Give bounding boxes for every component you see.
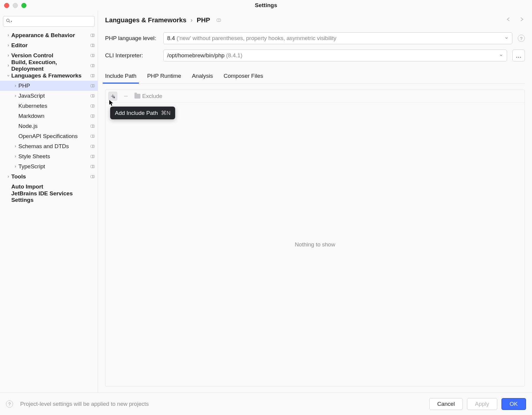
tree-item[interactable]: Editor (0, 40, 98, 50)
tooltip-shortcut: ⌘N (161, 110, 171, 116)
chevron-right-icon (12, 165, 18, 168)
include-path-panel: Exclude Nothing to show Add Include Path… (105, 90, 525, 387)
cancel-button[interactable]: Cancel (429, 398, 463, 410)
tab[interactable]: Composer Files (224, 70, 263, 83)
exclude-folder-button[interactable]: Exclude (134, 93, 162, 99)
settings-tree[interactable]: Appearance & BehaviorEditorVersion Contr… (0, 30, 98, 392)
window-controls (0, 3, 26, 8)
add-include-path-button[interactable] (108, 92, 117, 101)
tree-item-label: Tools (11, 173, 91, 180)
tree-item[interactable]: Node.js (0, 121, 98, 131)
forward-icon[interactable] (518, 16, 525, 24)
close-window-button[interactable] (4, 3, 9, 8)
zoom-window-button[interactable] (21, 3, 26, 8)
tree-item-label: Languages & Frameworks (11, 72, 91, 79)
tree-item[interactable]: Appearance & Behavior (0, 30, 98, 40)
breadcrumb-segment[interactable]: PHP (197, 16, 210, 24)
tree-item[interactable]: Languages & Frameworks (0, 71, 98, 81)
footer-note: Project-level settings will be applied t… (20, 401, 425, 407)
php-language-level-hint: ('new' without parentheses, property hoo… (177, 35, 336, 41)
tab[interactable]: Analysis (192, 70, 213, 83)
chevron-right-icon (12, 145, 18, 148)
scope-badge-icon (91, 84, 95, 87)
tree-item[interactable]: Kubernetes (0, 101, 98, 111)
titlebar: Settings (0, 0, 532, 11)
tooltip-text: Add Include Path (115, 110, 158, 116)
breadcrumb-segment[interactable]: Languages & Frameworks (105, 16, 186, 24)
scope-badge-icon (91, 34, 95, 37)
content-panel: Languages & Frameworks › PHP PHP languag… (98, 11, 532, 392)
remove-include-path-button[interactable] (121, 92, 130, 101)
cli-interpreter-select[interactable]: /opt/homebrew/bin/php (8.4.1) (163, 50, 507, 61)
ok-button[interactable]: OK (501, 398, 526, 410)
scope-badge-icon (91, 64, 95, 67)
php-tabs: Include PathPHP RuntimeAnalysisComposer … (105, 70, 525, 84)
help-icon[interactable]: ? (518, 35, 525, 42)
tree-item-label: Auto Import (11, 183, 95, 190)
tree-item-label: Schemas and DTDs (18, 143, 91, 150)
chevron-right-icon (12, 84, 18, 88)
tree-item-label: Build, Execution, Deployment (11, 59, 91, 72)
settings-search-input[interactable]: ▾ (3, 16, 95, 27)
svg-line-1 (9, 21, 10, 23)
cli-interpreter-label: CLI Interpreter: (105, 52, 158, 59)
back-icon[interactable] (505, 16, 512, 24)
tree-item[interactable]: OpenAPI Specifications (0, 131, 98, 141)
breadcrumb: Languages & Frameworks › PHP (105, 16, 525, 24)
chevron-right-icon (5, 54, 11, 57)
chevron-right-icon (12, 94, 18, 98)
tree-item[interactable]: JavaScript (0, 91, 98, 101)
scope-badge-icon (91, 44, 95, 47)
php-language-level-select[interactable]: 8.4 ('new' without parentheses, property… (163, 32, 512, 44)
tree-item-label: JavaScript (18, 93, 91, 99)
scope-badge-icon (217, 19, 221, 22)
scope-badge-icon (91, 125, 95, 128)
chevron-right-icon (5, 175, 11, 178)
svg-rect-3 (124, 96, 128, 96)
search-icon (6, 18, 11, 25)
scope-badge-icon (91, 135, 95, 138)
tree-item-label: Node.js (18, 123, 91, 129)
help-icon[interactable]: ? (6, 400, 13, 408)
exclude-label: Exclude (142, 93, 162, 99)
apply-button[interactable]: Apply (467, 398, 497, 410)
tree-item-label: Appearance & Behavior (11, 32, 91, 39)
tree-item[interactable]: Tools (0, 172, 98, 182)
tree-item[interactable]: JetBrains IDE Services Settings (0, 192, 98, 202)
tree-item[interactable]: Schemas and DTDs (0, 141, 98, 151)
chevron-down-icon (5, 74, 11, 77)
tree-item[interactable]: Markdown (0, 111, 98, 121)
scope-badge-icon (91, 54, 95, 57)
scope-badge-icon (91, 145, 95, 148)
chevron-down-icon (504, 35, 509, 42)
tree-item-label: OpenAPI Specifications (18, 133, 91, 140)
search-dropdown-icon: ▾ (11, 20, 12, 23)
svg-rect-2 (113, 97, 115, 98)
tree-item-label: TypeScript (18, 163, 91, 170)
tree-item[interactable]: PHP (0, 81, 98, 91)
main-area: ▾ Appearance & BehaviorEditorVersion Con… (0, 11, 532, 392)
chevron-down-icon (499, 52, 503, 59)
tree-item[interactable]: Build, Execution, Deployment (0, 61, 98, 71)
chevron-right-icon (5, 34, 11, 37)
scope-badge-icon (91, 165, 95, 168)
scope-badge-icon (91, 104, 95, 107)
dialog-footer: ? Project-level settings will be applied… (0, 392, 532, 415)
breadcrumb-separator: › (191, 17, 193, 23)
scope-badge-icon (91, 175, 95, 178)
minimize-window-button[interactable] (13, 3, 18, 8)
tab[interactable]: PHP Runtime (147, 70, 181, 83)
php-language-level-label: PHP language level: (105, 35, 158, 42)
chevron-right-icon (12, 155, 18, 158)
chevron-right-icon (5, 44, 11, 47)
tree-item[interactable]: TypeScript (0, 161, 98, 172)
scope-badge-icon (91, 115, 95, 118)
tree-item-label: PHP (18, 83, 91, 89)
tree-item-label: JetBrains IDE Services Settings (11, 190, 95, 203)
tab[interactable]: Include Path (105, 70, 137, 83)
chevron-right-icon (5, 64, 11, 67)
tree-item[interactable]: Style Sheets (0, 151, 98, 161)
browse-interpreters-button[interactable]: … (512, 50, 525, 61)
include-path-toolbar: Exclude (105, 90, 525, 103)
scope-badge-icon (91, 94, 95, 97)
